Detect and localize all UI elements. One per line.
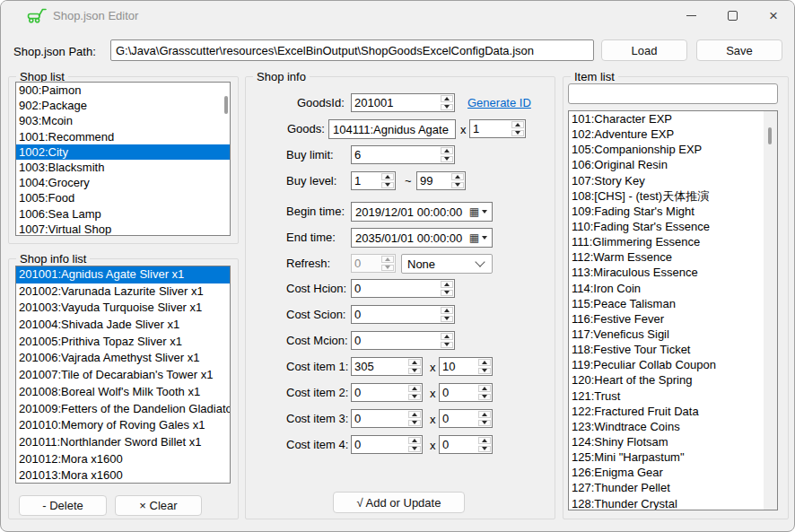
cost-hcion-input[interactable]: [352, 280, 441, 297]
list-item[interactable]: 201008:Boreal Wolf's Milk Tooth x1: [16, 384, 230, 401]
maximize-button[interactable]: [712, 1, 753, 30]
spinner-up-button[interactable]: [441, 95, 453, 102]
cost-item-3-count-spinner[interactable]: [439, 409, 493, 428]
buy-level-min-input[interactable]: [352, 172, 381, 189]
cost-item-3-id-spinner[interactable]: [351, 409, 423, 428]
refresh-type-select[interactable]: None: [401, 254, 493, 274]
spinner-down-button[interactable]: [408, 420, 421, 427]
list-item[interactable]: 109:Fading Star's Might: [569, 204, 777, 219]
buy-level-max-input[interactable]: [417, 172, 451, 189]
list-item[interactable]: 201002:Varunada Lazurite Sliver x1: [16, 283, 230, 301]
begin-time-picker[interactable]: 2019/12/01 00:00:00 ▦: [351, 202, 493, 222]
spinner-up-button[interactable]: [441, 281, 453, 288]
item-list-scrollbar-thumb[interactable]: [768, 127, 772, 144]
list-item[interactable]: 1004:Grocery: [16, 175, 230, 190]
path-input[interactable]: [110, 39, 594, 61]
shop-info-listbox[interactable]: 201001:Agnidus Agate Sliver x1201002:Var…: [15, 266, 231, 484]
list-item[interactable]: 201006:Vajrada Amethyst Sliver x1: [16, 350, 230, 367]
load-button[interactable]: Load: [601, 39, 687, 61]
spinner-up-button[interactable]: [408, 437, 421, 444]
cost-item-2-count-spinner[interactable]: [439, 383, 493, 402]
cost-scion-spinner[interactable]: [351, 305, 455, 324]
spinner-up-button[interactable]: [451, 173, 464, 180]
list-item[interactable]: 126:Enigma Gear: [569, 465, 777, 480]
list-item[interactable]: 106:Original Resin: [569, 157, 777, 172]
item-search-input[interactable]: [568, 83, 778, 104]
spinner-up-button[interactable]: [408, 385, 421, 392]
dropdown-arrow-icon[interactable]: [482, 236, 487, 240]
list-item[interactable]: 127:Thunder Pellet: [569, 480, 777, 495]
list-item[interactable]: 1005:Food: [16, 190, 230, 205]
save-button[interactable]: Save: [696, 39, 782, 61]
list-item[interactable]: 116:Festive Fever: [569, 311, 777, 327]
spinner-up-button[interactable]: [478, 411, 491, 418]
list-item[interactable]: 101:Character EXP: [569, 111, 777, 126]
minimize-button[interactable]: [670, 1, 712, 30]
shop-list-scrollbar-thumb[interactable]: [224, 96, 228, 114]
cost-item-1-count-spinner[interactable]: [439, 357, 493, 376]
generate-id-link[interactable]: Generate ID: [467, 96, 531, 109]
list-item[interactable]: 108:[CHS] - (test)天体推演: [569, 188, 777, 204]
spinner-up-button[interactable]: [408, 411, 421, 418]
dropdown-arrow-icon[interactable]: [482, 210, 487, 214]
list-item[interactable]: 128:Thunder Crystal: [569, 496, 777, 510]
spinner-down-button[interactable]: [478, 420, 491, 427]
list-item[interactable]: 201011:Northlander Sword Billet x1: [16, 434, 230, 451]
list-item[interactable]: 125:Mini "Harpastum": [569, 449, 777, 465]
spinner-down-button[interactable]: [408, 446, 421, 453]
goods-count-spinner[interactable]: [469, 119, 526, 138]
list-item[interactable]: 112:Warm Essence: [569, 249, 777, 265]
list-item[interactable]: 201012:Mora x1600: [16, 451, 230, 468]
spinner-down-button[interactable]: [441, 156, 453, 163]
list-item[interactable]: 902:Package: [16, 98, 230, 113]
clear-button[interactable]: × Clear: [115, 495, 202, 516]
spinner-down-button[interactable]: [441, 290, 453, 297]
list-item[interactable]: 1007:Virtual Shop: [16, 222, 230, 236]
list-item[interactable]: 102:Adventure EXP: [569, 126, 777, 142]
shop-listbox[interactable]: 900:Paimon902:Package903:Mcoin1001:Recom…: [15, 82, 231, 236]
cost-item-1-id-input[interactable]: [352, 358, 408, 375]
goods-count-input[interactable]: [470, 120, 511, 137]
buy-level-max-spinner[interactable]: [416, 171, 466, 190]
list-item[interactable]: 201009:Fetters of the Dandelion Gladiato: [16, 401, 230, 418]
list-item[interactable]: 1002:City: [16, 144, 230, 160]
cost-item-3-count-input[interactable]: [440, 410, 478, 427]
buy-level-min-spinner[interactable]: [351, 171, 396, 190]
list-item[interactable]: 1006:Sea Lamp: [16, 206, 230, 222]
cost-item-2-id-spinner[interactable]: [351, 383, 423, 402]
goodsid-input[interactable]: [352, 94, 441, 111]
cost-item-4-count-spinner[interactable]: [439, 435, 493, 454]
end-time-picker[interactable]: 2035/01/01 00:00:00 ▦: [351, 228, 493, 248]
spinner-down-button[interactable]: [441, 316, 453, 323]
spinner-up-button[interactable]: [478, 385, 491, 392]
list-item[interactable]: 900:Paimon: [16, 83, 230, 98]
cost-item-1-id-spinner[interactable]: [351, 357, 423, 376]
list-item[interactable]: 115:Peace Talisman: [569, 296, 777, 311]
spinner-up-button[interactable]: [441, 333, 453, 340]
goodsid-spinner[interactable]: [351, 93, 455, 112]
spinner-down-button[interactable]: [441, 342, 453, 349]
list-item[interactable]: 201001:Agnidus Agate Sliver x1: [16, 266, 230, 283]
spinner-up-button[interactable]: [381, 256, 394, 263]
list-item[interactable]: 111:Glimmering Essence: [569, 234, 777, 249]
list-item[interactable]: 201003:Vayuda Turquoise Sliver x1: [16, 300, 230, 317]
spinner-up-button[interactable]: [478, 359, 491, 366]
list-item[interactable]: 201004:Shivada Jade Sliver x1: [16, 317, 230, 334]
spinner-up-button[interactable]: [408, 359, 421, 366]
cost-item-4-count-input[interactable]: [440, 436, 478, 453]
list-item[interactable]: 124:Shiny Flotsam: [569, 434, 777, 449]
list-item[interactable]: 121:Trust: [569, 388, 777, 404]
buy-limit-input[interactable]: [352, 146, 441, 163]
list-item[interactable]: 114:Iron Coin: [569, 281, 777, 296]
list-item[interactable]: 201013:Mora x1600: [16, 467, 230, 484]
list-item[interactable]: 105:Companionship EXP: [569, 142, 777, 157]
list-item[interactable]: 118:Festive Tour Ticket: [569, 342, 777, 357]
spinner-up-button[interactable]: [511, 121, 524, 128]
list-item[interactable]: 113:Miraculous Essence: [569, 265, 777, 280]
list-item[interactable]: 123:Windtrace Coins: [569, 419, 777, 434]
cost-item-2-id-input[interactable]: [352, 384, 408, 401]
cost-item-4-id-spinner[interactable]: [351, 435, 423, 454]
spinner-down-button[interactable]: [441, 104, 453, 111]
cost-hcion-spinner[interactable]: [351, 279, 455, 298]
cost-mcion-spinner[interactable]: [351, 331, 455, 350]
